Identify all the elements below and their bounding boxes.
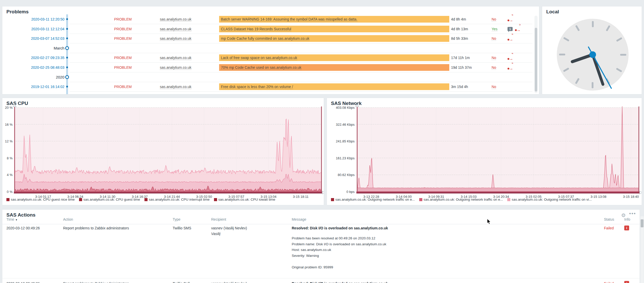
legend-swatch [214, 198, 217, 201]
problem-message[interactable]: mp Code Cache fully committed on sas.ana… [219, 34, 449, 43]
timeline-event-dot [66, 28, 68, 30]
recipient: vasnev (Vasilij Nevlev) [211, 281, 288, 283]
cpu-graph-panel: SAS CPU 0 %4 %8 %12 %16 %20 %3-14 01:173… [2, 98, 324, 205]
action-status: Failed [604, 281, 622, 283]
problem-host-link[interactable]: sas.analytium.co.uk [160, 53, 219, 63]
timeline-event-dot [66, 66, 68, 68]
mouse-cursor [487, 219, 493, 226]
problems-scrollbar-thumb[interactable] [535, 28, 537, 92]
clock-panel: Local [542, 6, 642, 94]
problem-status[interactable]: PROBLEM [95, 14, 151, 24]
problem-duration: 3m 15d 4h [451, 82, 490, 92]
svg-text:3-15 13:08: 3-15 13:08 [590, 195, 606, 199]
message-line: Original problem ID: 95999 [292, 265, 602, 270]
problem-ack-link[interactable]: Yes [492, 24, 507, 34]
column-header-time[interactable]: Time ▼ [6, 217, 17, 224]
problem-status[interactable]: PROBLEM [95, 63, 151, 72]
problem-host-link[interactable]: sas.analytium.co.uk [160, 34, 219, 43]
problem-time-link[interactable]: 2020-02-25 08:48:03 [2, 63, 64, 72]
problem-time-link[interactable]: 2020-03-11 12:12:04 [2, 24, 64, 34]
problem-host-link[interactable]: sas.analytium.co.uk [160, 14, 219, 24]
row-separator [2, 278, 640, 278]
comment-count-badge[interactable]: 1 [508, 27, 513, 31]
timeline-event-dot [66, 57, 68, 58]
svg-text:12 %: 12 % [5, 139, 13, 143]
problem-time-link[interactable]: 2019-12-01 16:14:02 [2, 82, 64, 92]
info-icon[interactable]: i [624, 226, 629, 230]
timeline-milestone-marker [65, 75, 69, 79]
svg-text:3-15 18:40: 3-15 18:40 [623, 195, 639, 199]
problems-scrollbar[interactable] [534, 16, 538, 93]
network-graph[interactable]: 0 bps80.62 Kbps161.23 Kbps241.85 Kbps322… [327, 98, 642, 205]
problem-host-link[interactable]: sas.analytium.co.uk [160, 24, 219, 34]
action-name: Report problems to Zabbix administrators [63, 226, 168, 230]
sort-desc-icon: ▼ [15, 219, 17, 221]
problem-status[interactable]: PROBLEM [95, 53, 151, 63]
problem-message[interactable]: 70% mp Code Cache used on sas.analytium.… [219, 63, 449, 72]
action-message: Resolved: Disk I/O is overloaded on sas.… [292, 281, 602, 283]
problem-time-link[interactable]: 2020-03-11 12:20:50 [2, 14, 64, 24]
cpu-legend: sas.analytium.co.uk: CPU guest nice time… [6, 198, 275, 201]
timeline-event-dot [66, 86, 68, 87]
timeline-milestone-row: 2020 [2, 72, 539, 82]
problem-status[interactable]: PROBLEM [95, 34, 151, 43]
problem-message[interactable]: CLASS Dataset Has 19 Records Successful [219, 24, 449, 34]
problem-actions: 1→5 [508, 24, 538, 34]
problem-message[interactable]: Batch server WARNING 14-169: Assuming th… [219, 14, 449, 24]
timeline-milestone-marker [65, 46, 69, 50]
problem-duration: 19d 11h 37m [451, 63, 490, 72]
actions-count-icon[interactable]: →4 [508, 16, 515, 22]
recipient: vasnev (Vasilij Nevlev)Vasilij [211, 226, 288, 236]
legend-label: sas.analytium.co.uk: CPU interrupt time [149, 198, 210, 201]
message-line [292, 259, 602, 265]
problem-status[interactable]: PROBLEM [95, 24, 151, 34]
problem-host-link[interactable]: sas.analytium.co.uk [160, 63, 219, 72]
problem-ack-link[interactable]: No [492, 63, 507, 72]
legend-swatch [419, 198, 422, 201]
problem-time-link[interactable]: 2020-03-07 14:52:03 [2, 34, 64, 43]
problem-ack-link[interactable]: No [492, 34, 507, 43]
action-info: i [624, 281, 629, 283]
problems-panel-title: Problems [6, 9, 29, 15]
clock-hub [589, 51, 596, 58]
message-line: Severity: Warning [292, 253, 602, 259]
problem-message[interactable]: Free disk space is less than 20% on volu… [219, 82, 449, 92]
problem-duration: 8d 5h 33m [451, 34, 490, 43]
actions-count-icon[interactable]: →4 [508, 65, 515, 70]
problem-ack-link[interactable]: No [492, 82, 507, 92]
actions-count-icon[interactable]: →5 [515, 26, 522, 32]
svg-text:161.23 Kbps: 161.23 Kbps [336, 156, 355, 160]
actions-scrollbar-thumb[interactable] [641, 219, 643, 227]
message-line: Problem name: Disk I/O is overloaded on … [292, 241, 602, 247]
cpu-graph[interactable]: 0 %4 %8 %12 %16 %20 %3-14 01:173-14 06:2… [2, 98, 324, 205]
problem-message[interactable]: Lack of free swap space on sas.analytium… [219, 53, 449, 63]
action-time: 2020-03-12 00:49:26 [6, 281, 60, 283]
legend-entry: sas.analytium.co.uk: Outgoing network tr… [507, 198, 592, 201]
message-title: Resolved: Disk I/O is overloaded on sas.… [292, 226, 602, 230]
timeline-milestone-row: March [2, 43, 539, 53]
media-type: Twillio SMS [173, 226, 211, 230]
info-icon[interactable]: i [624, 281, 629, 283]
problems-panel: Problems 2020-03-11 12:20:50PROBLEMsas.a… [2, 6, 539, 94]
legend-label: sas.analytium.co.uk: Outgoing network tr… [335, 198, 415, 201]
problem-ack-link[interactable]: No [492, 53, 507, 63]
column-header-type: Type [173, 217, 180, 224]
problem-duration: 4d 8h 4m [451, 14, 490, 24]
message-line: Problem has been resolved at 00:49:26 on… [292, 236, 602, 241]
more-menu-icon[interactable]: ••• [629, 211, 636, 217]
problem-ack-link[interactable]: No [492, 14, 507, 24]
svg-text:0 bps: 0 bps [346, 190, 355, 194]
problem-host-link[interactable]: sas.analytium.co.uk [160, 82, 219, 92]
actions-scrollbar[interactable] [640, 216, 644, 283]
svg-text:80.62 Kbps: 80.62 Kbps [338, 173, 355, 177]
legend-label: sas.analytium.co.uk: CPU iowait time [218, 198, 275, 201]
legend-entry: sas.analytium.co.uk: Outgoing network tr… [331, 198, 415, 201]
problem-status[interactable]: PROBLEM [95, 82, 151, 92]
actions-count-icon[interactable]: →4 [508, 36, 515, 41]
problem-time-link[interactable]: 2020-02-27 09:23:35 [2, 53, 64, 63]
action-status: Failed [604, 226, 622, 230]
problem-duration: 17d 11h 1m [451, 53, 490, 63]
media-type: Twillio Call [173, 281, 211, 283]
actions-count-icon[interactable]: →4 [508, 55, 515, 61]
svg-text:241.85 Kbps: 241.85 Kbps [336, 139, 355, 143]
